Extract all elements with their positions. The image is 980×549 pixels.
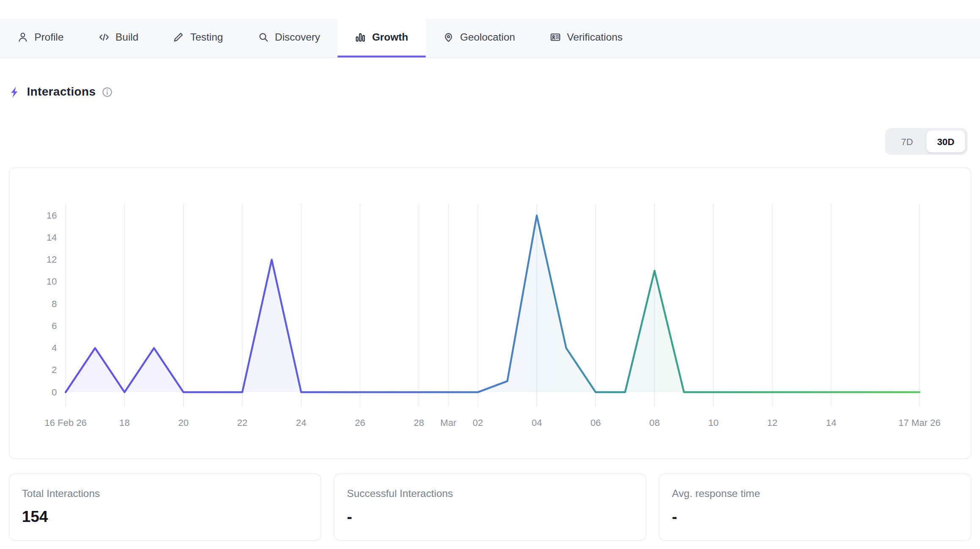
search-icon bbox=[258, 32, 268, 42]
svg-text:14: 14 bbox=[826, 417, 836, 428]
pen-icon bbox=[174, 32, 184, 42]
tab-label: Testing bbox=[190, 31, 223, 43]
svg-text:22: 22 bbox=[237, 417, 248, 428]
tab-build[interactable]: Build bbox=[81, 19, 156, 58]
tab-verifications[interactable]: Verifications bbox=[533, 19, 640, 58]
user-icon bbox=[17, 32, 28, 42]
stat-value: - bbox=[672, 508, 958, 526]
tab-label: Verifications bbox=[567, 31, 622, 43]
svg-text:0: 0 bbox=[52, 387, 57, 398]
tab-geolocation[interactable]: Geolocation bbox=[425, 19, 533, 58]
range-toggle: 7D30D bbox=[885, 128, 968, 155]
tab-label: Build bbox=[116, 31, 138, 43]
svg-text:6: 6 bbox=[52, 321, 57, 331]
stat-label: Total Interactions bbox=[22, 488, 308, 500]
svg-text:18: 18 bbox=[119, 417, 130, 428]
zap-icon bbox=[9, 86, 21, 98]
range-option-7d[interactable]: 7D bbox=[888, 131, 927, 153]
stat-card-total-interactions: Total Interactions154 bbox=[9, 473, 321, 541]
tab-profile[interactable]: Profile bbox=[0, 19, 81, 58]
stat-card-successful-interactions: Successful Interactions- bbox=[334, 473, 646, 541]
svg-text:26: 26 bbox=[355, 417, 365, 428]
stat-value: - bbox=[347, 508, 633, 526]
stats-row: Total Interactions154Successful Interact… bbox=[9, 473, 972, 541]
svg-text:08: 08 bbox=[649, 417, 660, 428]
page: ProfileBuildTestingDiscoveryGrowthGeoloc… bbox=[0, 0, 980, 549]
code-icon bbox=[99, 32, 109, 42]
svg-text:2: 2 bbox=[52, 365, 57, 375]
svg-text:12: 12 bbox=[767, 417, 778, 428]
svg-text:20: 20 bbox=[178, 417, 189, 428]
bar-chart-icon bbox=[355, 32, 366, 42]
stat-value: 154 bbox=[22, 508, 308, 526]
svg-text:Mar: Mar bbox=[440, 417, 456, 428]
tab-label: Discovery bbox=[275, 31, 320, 43]
svg-text:10: 10 bbox=[708, 417, 719, 428]
svg-text:02: 02 bbox=[472, 417, 483, 428]
svg-text:24: 24 bbox=[296, 417, 306, 428]
id-card-icon bbox=[550, 32, 560, 42]
svg-text:17 Mar 26: 17 Mar 26 bbox=[898, 417, 941, 428]
svg-text:16 Feb 26: 16 Feb 26 bbox=[44, 417, 87, 428]
stat-card-avg-response-time: Avg. response time- bbox=[659, 473, 971, 541]
svg-text:04: 04 bbox=[532, 417, 542, 428]
page-title: Interactions bbox=[27, 85, 96, 99]
tab-discovery[interactable]: Discovery bbox=[240, 19, 338, 58]
tab-label: Profile bbox=[34, 31, 63, 43]
tab-growth[interactable]: Growth bbox=[338, 19, 426, 58]
range-option-30d[interactable]: 30D bbox=[926, 131, 965, 153]
interactions-chart-card: 16 Feb 26182022242628Mar0204060810121417… bbox=[9, 167, 972, 459]
stat-label: Successful Interactions bbox=[347, 488, 633, 500]
location-pin-icon bbox=[443, 32, 454, 42]
svg-text:28: 28 bbox=[414, 417, 424, 428]
tab-testing[interactable]: Testing bbox=[156, 19, 240, 58]
tab-bar: ProfileBuildTestingDiscoveryGrowthGeoloc… bbox=[0, 19, 980, 58]
svg-text:14: 14 bbox=[47, 232, 57, 243]
svg-text:4: 4 bbox=[52, 343, 57, 353]
svg-text:10: 10 bbox=[47, 276, 57, 287]
tab-label: Geolocation bbox=[460, 31, 515, 43]
info-icon[interactable] bbox=[102, 87, 113, 97]
interactions-chart: 16 Feb 26182022242628Mar0204060810121417… bbox=[9, 168, 971, 458]
interactions-section-header: Interactions bbox=[9, 85, 113, 99]
svg-text:06: 06 bbox=[591, 417, 601, 428]
svg-text:8: 8 bbox=[52, 299, 57, 309]
tab-label: Growth bbox=[372, 31, 408, 43]
svg-text:16: 16 bbox=[47, 210, 57, 221]
svg-text:12: 12 bbox=[47, 254, 57, 265]
stat-label: Avg. response time bbox=[672, 488, 958, 500]
